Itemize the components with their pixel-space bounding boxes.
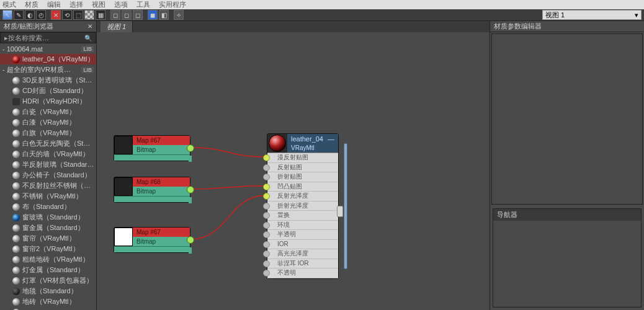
slot-8[interactable]: 半透明 [267, 230, 338, 240]
slot-11[interactable]: 菲涅耳 IOR [267, 259, 338, 269]
material-node[interactable]: leather_04—VRayMtl漫反射贴图反射贴图折射贴图凹凸贴图反射光泽度… [267, 133, 339, 279]
slot-12[interactable]: 不透明 [267, 268, 338, 278]
input-pin[interactable] [263, 270, 270, 277]
material-item[interactable]: CD封面（Standard） [0, 86, 96, 96]
tool-icon[interactable]: ◻ [110, 10, 120, 20]
menu-item[interactable]: 选择 [69, 0, 83, 9]
tool-icon[interactable]: ◼ [148, 10, 158, 20]
swatch-icon [12, 182, 20, 190]
input-pin[interactable] [263, 184, 270, 190]
tool-icon[interactable]: ▦ [96, 10, 105, 20]
input-pin[interactable] [263, 212, 270, 219]
tool-icon[interactable]: ◧ [159, 10, 169, 20]
checker-icon[interactable] [84, 10, 94, 20]
tool-icon[interactable]: ◻ [122, 10, 132, 20]
input-pin[interactable] [263, 222, 270, 229]
panel-title: 材质/贴图浏览器✕ [0, 21, 96, 32]
delete-icon[interactable]: ✕ [51, 10, 61, 20]
input-pin[interactable] [263, 193, 270, 200]
material-item[interactable]: 白旗（VRayMtl） [0, 128, 96, 138]
material-item[interactable]: 白瓷（VRayMtl） [0, 107, 96, 117]
material-item[interactable]: 地砖（VRayMtl） [0, 296, 96, 307]
menu-item[interactable]: 实用程序 [159, 0, 186, 9]
slot-5[interactable]: 折射光泽度 [267, 202, 338, 211]
material-item[interactable]: 窗帘2（VRayMtl） [0, 244, 96, 254]
view-dropdown[interactable]: 视图 1 [542, 10, 642, 20]
slot-2[interactable]: 折射贴图 [267, 172, 338, 182]
slot-10[interactable]: 高光光泽度 [267, 249, 338, 259]
slot-3[interactable]: 凹凸贴图 [267, 182, 338, 192]
output-pin[interactable] [187, 236, 194, 244]
material-item[interactable]: 布（Standard） [0, 202, 96, 212]
search-input[interactable]: ▸ 按名称搜索…🔍 [0, 32, 96, 43]
material-item[interactable]: … [0, 307, 96, 310]
swatch-icon [12, 98, 20, 105]
material-item[interactable]: HDRI（VRayHDRI） [0, 96, 96, 107]
swatch-icon [12, 235, 20, 242]
tab[interactable]: 视图 1 [101, 21, 133, 32]
input-pin[interactable] [263, 203, 270, 210]
material-item[interactable]: leather_04（VRayMtl） [0, 54, 96, 64]
material-item[interactable]: 灯金属（Standard） [0, 265, 96, 275]
output-pin[interactable] [187, 186, 194, 193]
node-canvas[interactable]: Map #67BitmapMap #68BitmapMap #67Bitmapl… [97, 32, 490, 310]
material-item[interactable]: 窗玻璃（Standard） [0, 212, 96, 223]
swatch-icon [12, 151, 20, 158]
menu-item[interactable]: 编辑 [47, 0, 61, 9]
swatch-icon [12, 203, 20, 211]
slot-0[interactable]: 漫反射贴图 [267, 153, 338, 163]
swatch-icon [12, 298, 20, 306]
slot-6[interactable]: 置换 [267, 211, 338, 221]
material-item[interactable]: 白天的墙（VRayMtl） [0, 149, 96, 159]
slot-4[interactable]: 反射光泽度 [267, 192, 338, 202]
tool-icon[interactable]: ✎ [14, 10, 24, 20]
slot-9[interactable]: IOR [267, 240, 338, 250]
tool-icon[interactable]: ◻ [133, 10, 143, 20]
tree-group[interactable]: - 100064.matLIB [0, 43, 96, 54]
menu-item[interactable]: 工具 [136, 0, 150, 9]
menu-item[interactable]: 材质 [25, 0, 38, 9]
menu-item[interactable]: 选项 [114, 0, 128, 9]
output-pin[interactable] [337, 206, 343, 217]
tool-icon[interactable]: ✧ [174, 10, 184, 20]
tool-icon[interactable]: ⬚ [73, 10, 83, 20]
close-icon[interactable]: ✕ [87, 23, 92, 30]
tool-icon[interactable]: ◴ [36, 10, 46, 20]
map-node[interactable]: Map #67Bitmap [114, 135, 190, 161]
material-item[interactable]: 白漆（VRayMtl） [0, 117, 96, 128]
input-pin[interactable] [263, 174, 270, 180]
map-node[interactable]: Map #68Bitmap [114, 177, 190, 203]
material-item[interactable]: 办公椅子（Standard） [0, 170, 96, 180]
node-title: Map #67 [133, 228, 190, 237]
input-pin[interactable] [263, 164, 270, 171]
material-item[interactable]: 3D反射透明玻璃（St… [0, 75, 96, 86]
material-item[interactable]: 灯罩（VR材质包裹器） [0, 275, 96, 286]
tool-icon[interactable]: ◐ [25, 10, 35, 20]
tool-icon[interactable]: ⟲ [62, 10, 72, 20]
material-item[interactable]: 不锈钢（VRayMtl） [0, 191, 96, 202]
material-item[interactable]: 不反射拉丝不锈钢（… [0, 180, 96, 191]
material-item[interactable]: 粗糙地砖（VRayMtl） [0, 254, 96, 265]
pointer-icon[interactable]: ↖ [2, 10, 12, 20]
input-pin[interactable] [263, 241, 270, 248]
swatch-icon [12, 77, 20, 84]
input-pin[interactable] [263, 231, 270, 238]
tree-group[interactable]: - 超全的室内VR材质…LIB [0, 64, 96, 75]
menu-item[interactable]: 模式 [2, 0, 16, 9]
material-item[interactable]: 半反射玻璃（Standar… [0, 159, 96, 170]
menu-item[interactable]: 视图 [92, 0, 105, 9]
collapse-icon[interactable]: — [328, 135, 334, 143]
material-item[interactable]: 地毯（Standard） [0, 286, 96, 296]
slot-1[interactable]: 反射贴图 [267, 163, 338, 173]
material-item[interactable]: 窗金属（Standard） [0, 223, 96, 233]
map-node[interactable]: Map #67Bitmap [114, 227, 190, 253]
slot-7[interactable]: 环境 [267, 221, 338, 231]
input-pin[interactable] [263, 260, 270, 267]
output-pin[interactable] [187, 144, 194, 152]
material-item[interactable]: 窗帘（VRayMtl） [0, 233, 96, 244]
material-item[interactable]: 白色无反光陶瓷（St… [0, 138, 96, 149]
toolbar: ↖ ✎ ◐ ◴ ✕ ⟲ ⬚ ▦ ◻ ◻ ◻ ◼ ◧ ✧ 视图 1 [0, 9, 644, 21]
node-preview [114, 136, 133, 154]
input-pin[interactable] [263, 154, 270, 161]
input-pin[interactable] [263, 250, 270, 257]
